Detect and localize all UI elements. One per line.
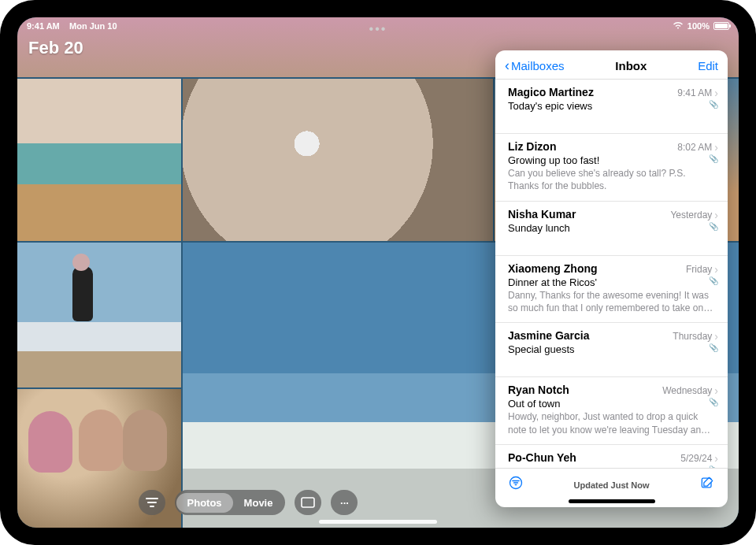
aspect-button[interactable] xyxy=(295,490,321,515)
status-time: 9:41 AM xyxy=(27,21,60,31)
chevron-right-icon: › xyxy=(714,384,718,397)
mail-time: 5/29/24 › xyxy=(680,452,718,465)
mail-message-row[interactable]: Po-Chun Yeh5/29/24 ›Lunch call? 📎 xyxy=(495,445,728,468)
mail-preview xyxy=(508,113,718,125)
filter-button[interactable] xyxy=(139,490,165,515)
mail-message-row[interactable]: Magico Martinez9:41 AM ›Today's epic vie… xyxy=(495,80,728,134)
photo-tile[interactable] xyxy=(17,243,181,387)
status-date: Mon Jun 10 xyxy=(69,21,117,31)
svg-rect-0 xyxy=(302,498,314,507)
mail-message-list[interactable]: Magico Martinez9:41 AM ›Today's epic vie… xyxy=(495,80,728,468)
paperclip-icon: 📎 xyxy=(709,222,718,231)
view-mode-segment: Photos Movie xyxy=(175,490,286,515)
mail-edit-button[interactable]: Edit xyxy=(698,59,718,72)
photos-bottom-toolbar: Photos Movie ··· xyxy=(17,490,479,515)
mail-subject: Growing up too fast! xyxy=(508,154,718,166)
mail-subject: Special guests xyxy=(508,343,718,355)
mail-message-row[interactable]: Jasmine GarciaThursday ›Special guests 📎 xyxy=(495,323,728,377)
mail-back-button[interactable]: ‹ Mailboxes xyxy=(505,58,565,72)
mail-sender: Jasmine Garcia xyxy=(508,329,590,342)
mail-preview: Howdy, neighbor, Just wanted to drop a q… xyxy=(508,410,718,436)
mail-time: 8:02 AM › xyxy=(677,141,718,154)
mail-time: Wednesday › xyxy=(662,384,718,397)
mail-back-label: Mailboxes xyxy=(511,59,565,72)
chevron-right-icon: › xyxy=(714,330,718,343)
home-indicator[interactable] xyxy=(319,520,437,524)
mail-message-row[interactable]: Nisha KumarYesterday ›Sunday lunch 📎 xyxy=(495,202,728,256)
status-right: 100% xyxy=(673,21,729,31)
mail-subject: Today's epic views xyxy=(508,100,718,112)
mail-toolbar: Updated Just Now xyxy=(495,468,728,499)
paperclip-icon: 📎 xyxy=(709,100,718,109)
paperclip-icon: 📎 xyxy=(709,276,718,285)
mail-status-label: Updated Just Now xyxy=(574,480,650,490)
paperclip-icon: 📎 xyxy=(709,465,718,468)
mail-time: Friday › xyxy=(686,263,718,276)
screen: 9:41 AM Mon Jun 10 100% ••• Feb 20 xyxy=(17,17,739,528)
mail-subject: Dinner at the Ricos' xyxy=(508,276,718,288)
mail-filter-button[interactable] xyxy=(508,475,524,495)
multitask-dots-icon[interactable]: ••• xyxy=(369,22,387,36)
segment-movie[interactable]: Movie xyxy=(233,493,284,513)
mail-preview: Can you believe she's already so tall? P… xyxy=(508,167,718,192)
chevron-right-icon: › xyxy=(714,87,718,99)
mail-sender: Magico Martinez xyxy=(508,86,594,98)
segment-photos[interactable]: Photos xyxy=(176,493,233,513)
battery-icon xyxy=(713,22,729,30)
ellipsis-icon: ··· xyxy=(340,497,349,509)
mail-sender: Po-Chun Yeh xyxy=(508,451,576,464)
mail-sender: Liz Dizon xyxy=(508,140,556,153)
slideover-home-indicator[interactable] xyxy=(569,499,655,503)
ipad-frame: 9:41 AM Mon Jun 10 100% ••• Feb 20 xyxy=(0,0,756,545)
photo-tile[interactable] xyxy=(17,79,181,241)
mail-title: Inbox xyxy=(615,59,647,72)
mail-time: Thursday › xyxy=(673,330,718,343)
chevron-right-icon: › xyxy=(714,452,718,465)
mail-time: 9:41 AM › xyxy=(677,87,718,99)
chevron-right-icon: › xyxy=(714,263,718,276)
mail-slideover: ••• ‹ Mailboxes Inbox Edit Magico Martin… xyxy=(495,50,728,507)
mail-message-row[interactable]: Ryan NotchWednesday ›Out of townHowdy, n… xyxy=(495,377,728,444)
paperclip-icon: 📎 xyxy=(709,398,718,406)
chevron-right-icon: › xyxy=(714,141,718,154)
chevron-right-icon: › xyxy=(714,209,718,221)
photo-tile[interactable] xyxy=(183,79,493,241)
mail-preview: Danny, Thanks for the awesome evening! I… xyxy=(508,289,718,314)
mail-subject: Lunch call? xyxy=(508,465,718,468)
mail-preview xyxy=(508,235,718,247)
mail-compose-button[interactable] xyxy=(699,475,715,495)
mail-header: ‹ Mailboxes Inbox Edit xyxy=(495,50,728,80)
mail-sender: Ryan Notch xyxy=(508,384,569,396)
mail-sender: Nisha Kumar xyxy=(508,208,576,221)
mail-message-row[interactable]: Liz Dizon8:02 AM ›Growing up too fast!Ca… xyxy=(495,134,728,201)
mail-time: Yesterday › xyxy=(670,209,718,221)
more-button[interactable]: ··· xyxy=(331,490,358,515)
mail-preview xyxy=(508,356,718,369)
mail-subject: Out of town xyxy=(508,398,718,410)
chevron-left-icon: ‹ xyxy=(505,58,510,72)
photos-date-heading: Feb 20 xyxy=(28,38,83,58)
mail-subject: Sunday lunch xyxy=(508,222,718,234)
paperclip-icon: 📎 xyxy=(709,154,718,163)
status-left: 9:41 AM Mon Jun 10 xyxy=(27,21,117,31)
wifi-icon xyxy=(673,21,684,31)
paperclip-icon: 📎 xyxy=(709,343,718,352)
battery-percent: 100% xyxy=(687,21,710,31)
mail-sender: Xiaomeng Zhong xyxy=(508,262,598,275)
mail-message-row[interactable]: Xiaomeng ZhongFriday ›Dinner at the Rico… xyxy=(495,256,728,323)
